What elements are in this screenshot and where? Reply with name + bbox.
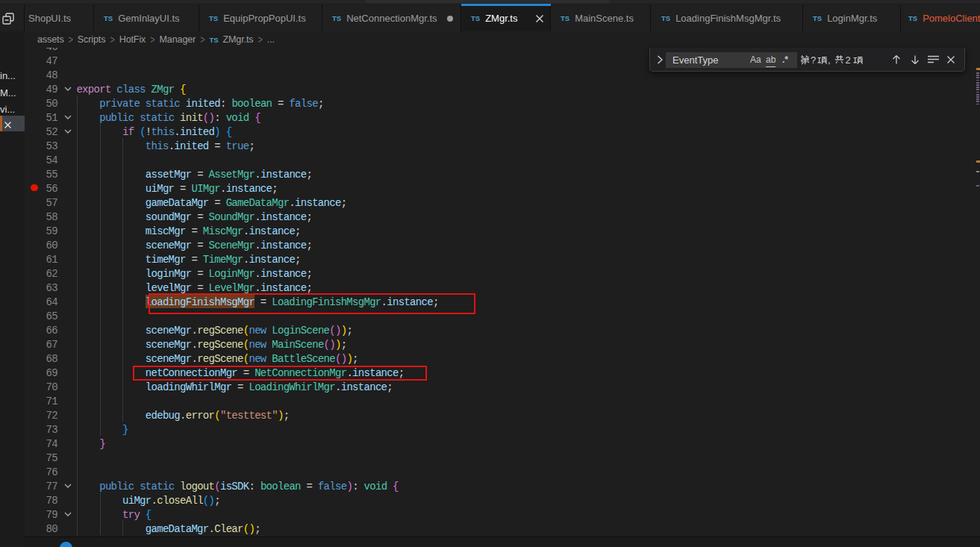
svg-text:?: ? — [811, 54, 816, 66]
svg-text:2: 2 — [846, 54, 851, 66]
svg-text:,: , — [828, 54, 831, 66]
